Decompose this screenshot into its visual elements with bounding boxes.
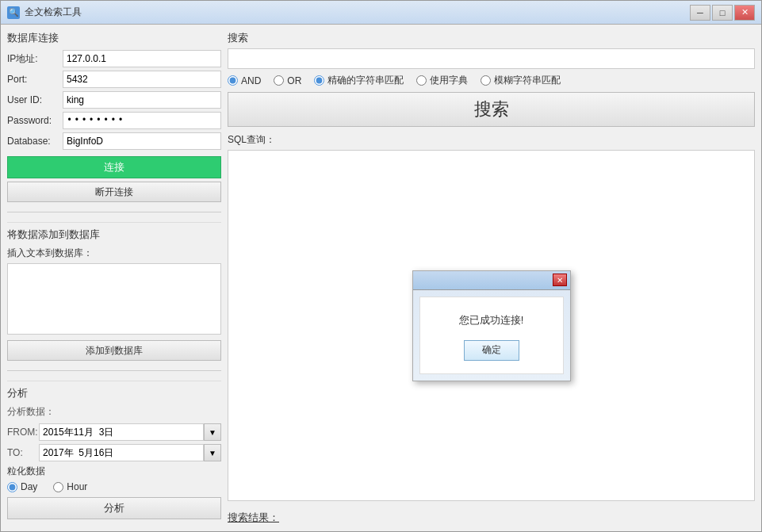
main-window: 🔍 全文检索工具 ─ □ ✕ 数据库连接 IP地址: Port: bbox=[0, 0, 762, 532]
dialog-title-bar: ✕ bbox=[413, 271, 570, 290]
port-input[interactable] bbox=[63, 71, 221, 88]
dialog-ok-button[interactable]: 确定 bbox=[464, 340, 519, 361]
fuzzy-match-radio[interactable] bbox=[481, 75, 491, 86]
from-date-input[interactable] bbox=[39, 423, 204, 441]
port-label: Port: bbox=[7, 74, 63, 85]
password-input[interactable] bbox=[63, 112, 221, 129]
day-radio-label: Day bbox=[21, 481, 37, 492]
to-date-input[interactable] bbox=[39, 444, 204, 461]
divider-1 bbox=[7, 212, 221, 212]
analyze-button[interactable]: 分析 bbox=[7, 497, 221, 519]
dialog-close-button[interactable]: ✕ bbox=[553, 274, 567, 286]
database-input[interactable] bbox=[63, 132, 221, 150]
search-section: 搜索 AND OR 精确的字符串匹配 bbox=[228, 31, 755, 127]
main-content: 数据库连接 IP地址: Port: User ID: Password: bbox=[1, 25, 761, 531]
and-option[interactable]: AND bbox=[228, 75, 261, 86]
title-bar-buttons: ─ □ ✕ bbox=[690, 5, 755, 21]
or-option[interactable]: OR bbox=[274, 75, 301, 86]
db-connect-title: 数据库连接 bbox=[7, 31, 221, 45]
search-results-label: 搜索结果： bbox=[228, 511, 755, 525]
add-data-title: 将数据添加到数据库 bbox=[7, 228, 221, 242]
use-dict-option[interactable]: 使用字典 bbox=[416, 74, 468, 87]
from-row: FROM: ▼ bbox=[7, 423, 221, 441]
granularity-label: 粒化数据 bbox=[7, 465, 221, 478]
database-label: Database: bbox=[7, 136, 63, 147]
db-connect-section: 数据库连接 IP地址: Port: User ID: Password: bbox=[7, 31, 221, 202]
right-panel: 搜索 AND OR 精确的字符串匹配 bbox=[228, 31, 755, 525]
add-to-db-button[interactable]: 添加到数据库 bbox=[7, 340, 221, 361]
search-section-title: 搜索 bbox=[228, 31, 755, 45]
day-radio[interactable] bbox=[7, 482, 17, 492]
database-row: Database: bbox=[7, 132, 221, 150]
password-label: Password: bbox=[7, 115, 63, 126]
search-button[interactable]: 搜索 bbox=[228, 92, 755, 127]
sql-query-section: SQL查询： ✕ 您已成功连接! 确定 bbox=[228, 133, 755, 501]
exact-match-radio[interactable] bbox=[314, 75, 324, 86]
day-radio-item[interactable]: Day bbox=[7, 481, 37, 492]
analysis-data-label: 分析数据： bbox=[7, 405, 221, 419]
divider-2 bbox=[7, 370, 221, 371]
ip-row: IP地址: bbox=[7, 50, 221, 67]
connect-button[interactable]: 连接 bbox=[7, 156, 221, 178]
search-results-section: 搜索结果： bbox=[228, 507, 755, 525]
to-label: TO: bbox=[7, 447, 39, 458]
sql-label: SQL查询： bbox=[228, 133, 755, 147]
or-radio[interactable] bbox=[274, 75, 284, 86]
userid-label: User ID: bbox=[7, 94, 63, 105]
port-row: Port: bbox=[7, 71, 221, 88]
userid-row: User ID: bbox=[7, 91, 221, 109]
use-dict-label: 使用字典 bbox=[430, 74, 468, 87]
from-date-picker-button[interactable]: ▼ bbox=[204, 423, 221, 441]
hour-radio-item[interactable]: Hour bbox=[53, 481, 87, 492]
from-label: FROM: bbox=[7, 427, 39, 438]
analysis-section: 分析 分析数据： FROM: ▼ TO: ▼ 粒化数据 bbox=[7, 381, 221, 519]
userid-input[interactable] bbox=[63, 91, 221, 109]
ip-label: IP地址: bbox=[7, 52, 63, 66]
insert-text-area[interactable] bbox=[7, 263, 221, 335]
granularity-section: 粒化数据 Day Hour bbox=[7, 465, 221, 492]
app-title: 全文检索工具 bbox=[25, 6, 690, 19]
search-input[interactable] bbox=[228, 48, 755, 69]
and-label: AND bbox=[241, 75, 261, 86]
minimize-button[interactable]: ─ bbox=[690, 5, 710, 21]
exact-match-label: 精确的字符串匹配 bbox=[327, 74, 404, 87]
ip-input[interactable] bbox=[63, 50, 221, 67]
granularity-options: Day Hour bbox=[7, 481, 221, 492]
password-row: Password: bbox=[7, 112, 221, 129]
search-options: AND OR 精确的字符串匹配 使用字典 bbox=[228, 74, 755, 87]
disconnect-button[interactable]: 断开连接 bbox=[7, 182, 221, 202]
add-data-section: 将数据添加到数据库 插入文本到数据库： 添加到数据库 bbox=[7, 222, 221, 361]
title-bar: 🔍 全文检索工具 ─ □ ✕ bbox=[1, 1, 761, 25]
exact-match-option[interactable]: 精确的字符串匹配 bbox=[314, 74, 404, 87]
or-label: OR bbox=[287, 75, 301, 86]
textarea-label: 插入文本到数据库： bbox=[7, 247, 221, 260]
left-panel: 数据库连接 IP地址: Port: User ID: Password: bbox=[7, 31, 221, 525]
analysis-title: 分析 bbox=[7, 386, 221, 400]
dialog-overlay: ✕ 您已成功连接! 确定 bbox=[228, 151, 754, 500]
use-dict-radio[interactable] bbox=[416, 75, 427, 86]
sql-area: ✕ 您已成功连接! 确定 bbox=[228, 150, 755, 501]
fuzzy-match-label: 模糊字符串匹配 bbox=[494, 74, 561, 87]
app-icon: 🔍 bbox=[7, 6, 20, 19]
to-row: TO: ▼ bbox=[7, 444, 221, 461]
fuzzy-match-option[interactable]: 模糊字符串匹配 bbox=[481, 74, 561, 87]
success-dialog: ✕ 您已成功连接! 确定 bbox=[412, 270, 571, 381]
to-date-picker-button[interactable]: ▼ bbox=[204, 444, 221, 461]
maximize-button[interactable]: □ bbox=[712, 5, 733, 21]
close-button[interactable]: ✕ bbox=[734, 5, 755, 21]
and-radio[interactable] bbox=[228, 75, 238, 86]
hour-radio-label: Hour bbox=[67, 481, 87, 492]
hour-radio[interactable] bbox=[53, 482, 63, 492]
dialog-body: 您已成功连接! 确定 bbox=[419, 297, 564, 374]
dialog-message: 您已成功连接! bbox=[459, 313, 524, 327]
